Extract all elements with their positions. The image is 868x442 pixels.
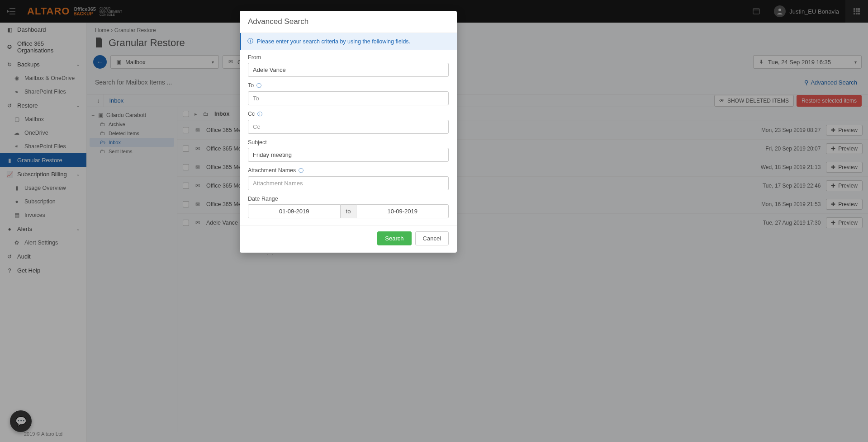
attachment-label: Attachment Namesⓘ	[248, 167, 449, 174]
from-input[interactable]	[248, 63, 449, 77]
info-icon: ⓘ	[299, 168, 304, 173]
cc-input[interactable]	[248, 120, 449, 134]
from-label: From	[248, 54, 449, 61]
subject-input[interactable]	[248, 148, 449, 162]
subject-label: Subject	[248, 139, 449, 146]
date-range-separator: to	[341, 204, 356, 218]
daterange-label: Date Range	[248, 196, 449, 202]
date-from-input[interactable]	[248, 204, 341, 218]
info-icon: ⓘ	[256, 83, 261, 88]
advanced-search-modal: Advanced Search ⓘ Please enter your sear…	[240, 11, 457, 253]
cc-label: Ccⓘ	[248, 111, 449, 118]
to-label: Toⓘ	[248, 82, 449, 89]
info-icon: ⓘ	[247, 38, 253, 45]
to-input[interactable]	[248, 91, 449, 105]
attachment-input[interactable]	[248, 176, 449, 190]
date-to-input[interactable]	[356, 204, 449, 218]
search-button[interactable]: Search	[377, 231, 411, 245]
modal-title: Advanced Search	[240, 11, 457, 33]
cancel-button[interactable]: Cancel	[415, 231, 449, 245]
info-icon: ⓘ	[257, 111, 262, 117]
modal-info: ⓘ Please enter your search criteria by u…	[240, 33, 457, 50]
